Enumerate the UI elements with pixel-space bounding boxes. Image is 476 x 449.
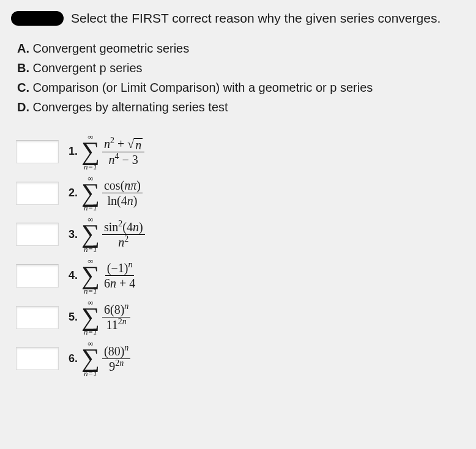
option-text: Convergent p series: [29, 61, 143, 75]
option-text: Converges by alternating series test: [29, 100, 228, 114]
question-row: 4.∞∑n=1(−1)n6n + 4: [16, 257, 465, 295]
fraction: n2 + nn4 − 3: [102, 137, 144, 166]
sigma-lower: n=1: [84, 287, 97, 295]
question-number: 5.: [69, 311, 78, 324]
sigma-lower: n=1: [84, 204, 97, 212]
sigma-lower: n=1: [84, 245, 97, 253]
sigma-symbol: ∑: [81, 141, 100, 163]
series-formula: ∞∑n=1(−1)n6n + 4: [81, 257, 137, 295]
numerator: n2 + n: [102, 137, 144, 152]
answer-input[interactable]: [16, 306, 59, 329]
answer-input[interactable]: [16, 140, 59, 163]
numerator: (−1)n: [105, 261, 135, 276]
question-number: 6.: [69, 352, 78, 365]
question-row: 1.∞∑n=1n2 + nn4 − 3: [16, 133, 465, 171]
option-row: A. Convergent geometric series: [17, 39, 465, 58]
prompt-text: Select the FIRST correct reason why the …: [71, 11, 441, 26]
denominator: n2: [116, 235, 130, 249]
sigma: ∞∑n=1: [81, 340, 100, 377]
numerator: cos(nπ): [102, 179, 143, 193]
question-number: 2.: [69, 187, 78, 199]
question-number: 4.: [69, 269, 78, 282]
series-formula: ∞∑n=1(80)n92n: [81, 340, 130, 377]
question-row: 3.∞∑n=1sin2(4n)n2: [16, 215, 465, 253]
fraction: sin2(4n)n2: [102, 220, 145, 249]
option-letter: C.: [17, 81, 29, 94]
denominator: 112n: [105, 317, 128, 332]
options-list: A. Convergent geometric seriesB. Converg…: [17, 39, 465, 117]
sigma: ∞∑n=1: [81, 257, 100, 295]
sigma-symbol: ∑: [81, 223, 100, 245]
answer-input[interactable]: [16, 264, 59, 288]
sigma-symbol: ∑: [81, 306, 100, 328]
option-letter: A.: [17, 42, 29, 55]
option-row: C. Comparison (or Limit Comparison) with…: [17, 78, 465, 97]
fraction: (80)n92n: [102, 344, 130, 373]
sigma-symbol: ∑: [81, 265, 100, 287]
question-number: 3.: [69, 228, 78, 241]
denominator: 92n: [107, 359, 125, 373]
sigma: ∞∑n=1: [81, 299, 100, 336]
question-row: 2.∞∑n=1cos(nπ)ln(4n): [16, 174, 465, 212]
sigma: ∞∑n=1: [81, 133, 100, 171]
denominator: n4 − 3: [106, 152, 139, 166]
numerator: sin2(4n): [102, 220, 145, 235]
series-formula: ∞∑n=1sin2(4n)n2: [81, 215, 145, 253]
sigma-lower: n=1: [84, 369, 97, 377]
sigma-symbol: ∑: [81, 347, 100, 369]
answer-input[interactable]: [16, 223, 59, 246]
numerator: (80)n: [102, 344, 130, 359]
denominator: 6n + 4: [102, 276, 137, 290]
option-row: D. Converges by alternating series test: [17, 98, 465, 117]
question-number: 1.: [69, 145, 78, 158]
redaction-mark: [11, 11, 64, 26]
series-formula: ∞∑n=1cos(nπ)ln(4n): [81, 174, 143, 212]
fraction: cos(nπ)ln(4n): [102, 179, 143, 207]
series-formula: ∞∑n=16(8)n112n: [81, 299, 130, 336]
option-row: B. Convergent p series: [17, 59, 465, 78]
denominator: ln(4n): [106, 193, 139, 207]
option-text: Comparison (or Limit Comparison) with a …: [29, 81, 373, 94]
sigma-symbol: ∑: [81, 182, 100, 204]
answer-input[interactable]: [16, 347, 59, 370]
sigma: ∞∑n=1: [81, 174, 100, 212]
numerator: 6(8)n: [102, 303, 130, 317]
fraction: (−1)n6n + 4: [102, 261, 137, 290]
option-letter: B.: [17, 61, 29, 75]
sigma: ∞∑n=1: [81, 215, 100, 253]
fraction: 6(8)n112n: [102, 303, 130, 332]
option-text: Convergent geometric series: [29, 42, 189, 55]
questions-list: 1.∞∑n=1n2 + nn4 − 32.∞∑n=1cos(nπ)ln(4n)3…: [16, 133, 465, 377]
series-formula: ∞∑n=1n2 + nn4 − 3: [81, 133, 144, 171]
sigma-lower: n=1: [84, 163, 97, 171]
sigma-lower: n=1: [84, 328, 97, 336]
question-row: 5.∞∑n=16(8)n112n: [16, 299, 465, 336]
header: Select the FIRST correct reason why the …: [11, 10, 465, 26]
answer-input[interactable]: [16, 182, 59, 205]
option-letter: D.: [17, 100, 29, 114]
question-row: 6.∞∑n=1(80)n92n: [16, 340, 465, 377]
